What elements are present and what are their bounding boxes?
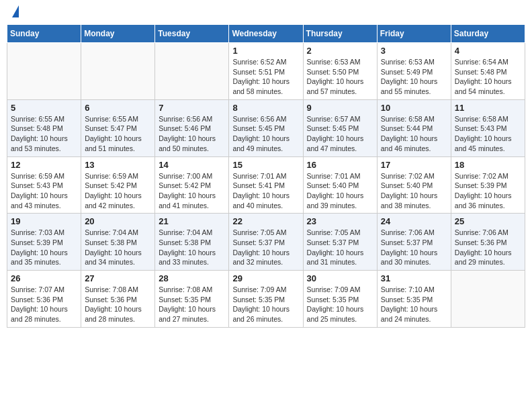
day-info: Sunrise: 6:55 AMSunset: 5:48 PMDaylight:… [11, 114, 77, 154]
calendar-cell: 25Sunrise: 7:06 AMSunset: 5:36 PMDayligh… [451, 214, 525, 271]
day-number: 1 [232, 46, 299, 56]
day-number: 18 [455, 160, 521, 170]
weekday-header-wednesday: Wednesday [229, 25, 303, 43]
weekday-header-sunday: Sunday [7, 25, 81, 43]
calendar-cell: 3Sunrise: 6:53 AMSunset: 5:49 PMDaylight… [377, 43, 451, 100]
day-number: 9 [307, 103, 373, 113]
weekday-header-friday: Friday [377, 25, 451, 43]
day-info: Sunrise: 6:52 AMSunset: 5:51 PMDaylight:… [232, 57, 299, 97]
day-number: 29 [232, 273, 299, 283]
day-info: Sunrise: 6:57 AMSunset: 5:45 PMDaylight:… [307, 114, 373, 154]
calendar-cell: 17Sunrise: 7:02 AMSunset: 5:40 PMDayligh… [377, 156, 451, 214]
day-number: 27 [85, 273, 151, 283]
day-info: Sunrise: 7:06 AMSunset: 5:36 PMDaylight:… [455, 228, 521, 267]
calendar-cell: 14Sunrise: 7:00 AMSunset: 5:42 PMDayligh… [155, 156, 229, 214]
calendar-cell: 27Sunrise: 7:08 AMSunset: 5:36 PMDayligh… [81, 271, 155, 328]
day-number: 15 [232, 160, 299, 170]
day-info: Sunrise: 7:05 AMSunset: 5:37 PMDaylight:… [307, 228, 373, 267]
day-info: Sunrise: 6:59 AMSunset: 5:43 PMDaylight:… [11, 171, 77, 211]
calendar-cell: 23Sunrise: 7:05 AMSunset: 5:37 PMDayligh… [303, 214, 377, 271]
calendar-cell: 5Sunrise: 6:55 AMSunset: 5:48 PMDaylight… [7, 99, 81, 156]
day-number: 23 [307, 216, 373, 226]
day-number: 4 [455, 46, 521, 56]
calendar-cell: 28Sunrise: 7:08 AMSunset: 5:35 PMDayligh… [155, 271, 229, 328]
day-info: Sunrise: 6:53 AMSunset: 5:49 PMDaylight:… [381, 57, 447, 97]
day-number: 12 [11, 160, 77, 170]
calendar-week-row: 19Sunrise: 7:03 AMSunset: 5:39 PMDayligh… [7, 214, 525, 271]
calendar-cell: 24Sunrise: 7:06 AMSunset: 5:37 PMDayligh… [377, 214, 451, 271]
day-number: 10 [381, 103, 447, 113]
calendar-cell: 7Sunrise: 6:56 AMSunset: 5:46 PMDaylight… [155, 99, 229, 156]
day-info: Sunrise: 7:04 AMSunset: 5:38 PMDaylight:… [159, 228, 225, 267]
day-info: Sunrise: 7:08 AMSunset: 5:35 PMDaylight:… [159, 285, 225, 324]
day-info: Sunrise: 7:02 AMSunset: 5:40 PMDaylight:… [381, 171, 447, 211]
day-info: Sunrise: 7:09 AMSunset: 5:35 PMDaylight:… [307, 285, 373, 324]
day-info: Sunrise: 6:56 AMSunset: 5:46 PMDaylight:… [159, 114, 225, 154]
day-number: 22 [232, 216, 299, 226]
calendar-cell: 12Sunrise: 6:59 AMSunset: 5:43 PMDayligh… [7, 156, 81, 214]
day-number: 30 [307, 273, 373, 283]
day-info: Sunrise: 7:10 AMSunset: 5:35 PMDaylight:… [381, 285, 447, 324]
day-number: 8 [232, 103, 299, 113]
day-info: Sunrise: 6:54 AMSunset: 5:48 PMDaylight:… [455, 57, 521, 97]
day-info: Sunrise: 6:58 AMSunset: 5:43 PMDaylight:… [455, 114, 521, 154]
day-number: 16 [307, 160, 373, 170]
day-info: Sunrise: 7:09 AMSunset: 5:35 PMDaylight:… [232, 285, 299, 324]
calendar-cell: 8Sunrise: 6:56 AMSunset: 5:45 PMDaylight… [229, 99, 303, 156]
calendar-week-row: 5Sunrise: 6:55 AMSunset: 5:48 PMDaylight… [7, 99, 525, 156]
day-number: 14 [159, 160, 225, 170]
day-number: 24 [381, 216, 447, 226]
calendar-cell: 15Sunrise: 7:01 AMSunset: 5:41 PMDayligh… [229, 156, 303, 214]
calendar-cell: 26Sunrise: 7:07 AMSunset: 5:36 PMDayligh… [7, 271, 81, 328]
day-number: 13 [85, 160, 151, 170]
day-number: 17 [381, 160, 447, 170]
calendar-week-row: 26Sunrise: 7:07 AMSunset: 5:36 PMDayligh… [7, 271, 525, 328]
weekday-header-monday: Monday [81, 25, 155, 43]
calendar-header [7, 7, 525, 20]
day-info: Sunrise: 7:05 AMSunset: 5:37 PMDaylight:… [232, 228, 299, 267]
day-number: 7 [159, 103, 225, 113]
calendar-cell: 4Sunrise: 6:54 AMSunset: 5:48 PMDaylight… [451, 43, 525, 100]
calendar-cell: 6Sunrise: 6:55 AMSunset: 5:47 PMDaylight… [81, 99, 155, 156]
calendar-cell [7, 43, 81, 100]
day-info: Sunrise: 7:01 AMSunset: 5:40 PMDaylight:… [307, 171, 373, 211]
day-number: 2 [307, 46, 373, 56]
calendar-table: SundayMondayTuesdayWednesdayThursdayFrid… [7, 24, 525, 328]
calendar-cell: 20Sunrise: 7:04 AMSunset: 5:38 PMDayligh… [81, 214, 155, 271]
logo [11, 9, 19, 17]
day-info: Sunrise: 7:02 AMSunset: 5:39 PMDaylight:… [455, 171, 521, 211]
day-info: Sunrise: 6:59 AMSunset: 5:42 PMDaylight:… [85, 171, 151, 211]
calendar-cell [81, 43, 155, 100]
day-number: 21 [159, 216, 225, 226]
day-info: Sunrise: 7:06 AMSunset: 5:37 PMDaylight:… [381, 228, 447, 267]
calendar-cell: 18Sunrise: 7:02 AMSunset: 5:39 PMDayligh… [451, 156, 525, 214]
calendar-cell: 1Sunrise: 6:52 AMSunset: 5:51 PMDaylight… [229, 43, 303, 100]
weekday-header-tuesday: Tuesday [155, 25, 229, 43]
day-number: 28 [159, 273, 225, 283]
calendar-cell: 9Sunrise: 6:57 AMSunset: 5:45 PMDaylight… [303, 99, 377, 156]
day-info: Sunrise: 6:55 AMSunset: 5:47 PMDaylight:… [85, 114, 151, 154]
calendar-cell [155, 43, 229, 100]
calendar-cell [451, 271, 525, 328]
day-info: Sunrise: 7:04 AMSunset: 5:38 PMDaylight:… [85, 228, 151, 267]
logo-triangle-icon [12, 5, 19, 17]
day-info: Sunrise: 7:07 AMSunset: 5:36 PMDaylight:… [11, 285, 77, 324]
day-number: 19 [11, 216, 77, 226]
day-number: 11 [455, 103, 521, 113]
calendar-cell: 13Sunrise: 6:59 AMSunset: 5:42 PMDayligh… [81, 156, 155, 214]
day-number: 3 [381, 46, 447, 56]
day-number: 6 [85, 103, 151, 113]
calendar-header-row: SundayMondayTuesdayWednesdayThursdayFrid… [7, 25, 525, 43]
calendar-cell: 21Sunrise: 7:04 AMSunset: 5:38 PMDayligh… [155, 214, 229, 271]
day-info: Sunrise: 7:00 AMSunset: 5:42 PMDaylight:… [159, 171, 225, 211]
day-number: 31 [381, 273, 447, 283]
calendar-cell: 10Sunrise: 6:58 AMSunset: 5:44 PMDayligh… [377, 99, 451, 156]
day-number: 20 [85, 216, 151, 226]
day-number: 26 [11, 273, 77, 283]
calendar-cell: 16Sunrise: 7:01 AMSunset: 5:40 PMDayligh… [303, 156, 377, 214]
day-number: 5 [11, 103, 77, 113]
day-info: Sunrise: 7:03 AMSunset: 5:39 PMDaylight:… [11, 228, 77, 267]
weekday-header-saturday: Saturday [451, 25, 525, 43]
calendar-cell: 19Sunrise: 7:03 AMSunset: 5:39 PMDayligh… [7, 214, 81, 271]
day-info: Sunrise: 6:53 AMSunset: 5:50 PMDaylight:… [307, 57, 373, 97]
